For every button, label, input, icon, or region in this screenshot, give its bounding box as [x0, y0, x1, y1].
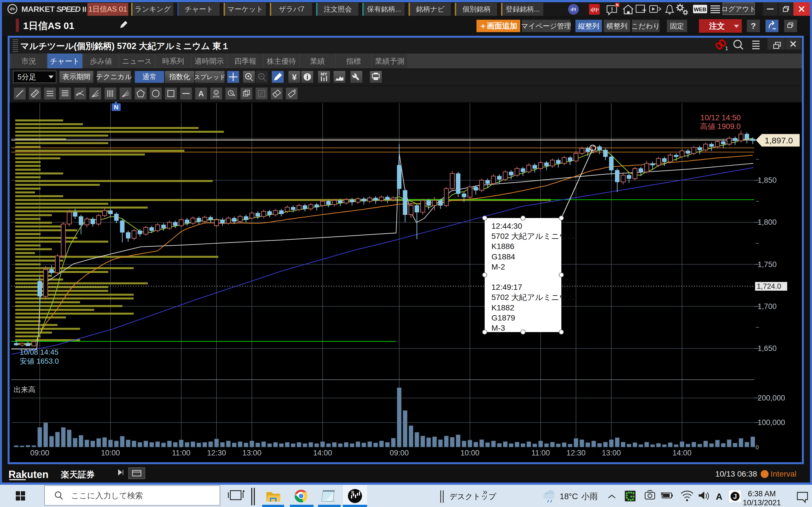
svg-text:1,850: 1,850 [758, 176, 777, 184]
svg-text:MY: MY [321, 71, 327, 76]
svg-text:12:30: 12:30 [566, 449, 586, 457]
svg-text:10/08 14:45: 10/08 14:45 [20, 348, 58, 356]
svg-text:登録銘柄...: 登録銘柄... [506, 5, 540, 13]
svg-text:チャート: チャート [50, 57, 80, 65]
svg-text:N: N [616, 3, 619, 7]
svg-text:MARKET: MARKET [21, 5, 55, 13]
svg-text:テクニカル: テクニカル [96, 73, 132, 80]
svg-text:市況: 市況 [21, 57, 36, 65]
svg-text:ランキング: ランキング [135, 5, 171, 13]
svg-text:A: A [294, 89, 296, 93]
svg-text:株主優待: 株主優待 [266, 57, 296, 65]
svg-text:縦整列: 縦整列 [578, 22, 599, 30]
svg-text:14:00: 14:00 [313, 449, 332, 457]
svg-text:1日信AS 01: 1日信AS 01 [23, 20, 74, 31]
svg-text:12:30: 12:30 [207, 449, 226, 457]
svg-text:1日信AS 01: 1日信AS 01 [88, 5, 127, 13]
svg-text:1,724.0: 1,724.0 [757, 282, 781, 290]
svg-text:1,700: 1,700 [758, 302, 777, 311]
svg-text:A: A [716, 492, 722, 502]
svg-text:100,000: 100,000 [758, 418, 785, 427]
svg-text:6:38 AM: 6:38 AM [748, 490, 776, 498]
svg-text:5702 大紀アルミニウム: 5702 大紀アルミニウム [492, 293, 575, 302]
svg-text:1: 1 [725, 45, 728, 51]
svg-text:11:00: 11:00 [172, 449, 191, 457]
svg-text:＋画面追加: ＋画面追加 [479, 22, 517, 30]
svg-text:楽天証券: 楽天証券 [61, 470, 95, 479]
svg-text:M-2: M-2 [492, 263, 505, 271]
svg-text:マーケット: マーケット [227, 5, 263, 13]
svg-text:II: II [82, 5, 86, 13]
svg-text:注文: 注文 [709, 22, 725, 31]
svg-text:200,000: 200,000 [758, 394, 785, 402]
svg-text:13:00: 13:00 [243, 449, 262, 457]
svg-text:SPEED: SPEED [56, 5, 81, 13]
svg-text:5分足: 5分足 [17, 73, 36, 81]
svg-text:小雨: 小雨 [581, 492, 598, 501]
svg-text:18°C: 18°C [560, 492, 578, 501]
svg-text:個別銘柄: 個別銘柄 [462, 5, 491, 13]
svg-text:10:00: 10:00 [101, 449, 120, 457]
svg-text:14:00: 14:00 [672, 449, 692, 457]
svg-text:?: ? [751, 21, 756, 31]
svg-text:!: ! [611, 6, 613, 13]
svg-text:10/13/2021: 10/13/2021 [743, 499, 781, 507]
svg-text:ここに入力して検索: ここに入力して検索 [71, 491, 143, 500]
svg-text:マイページ管理: マイページ管理 [521, 22, 571, 30]
svg-text:注文照会: 注文照会 [324, 5, 352, 13]
svg-text:固定: 固定 [670, 22, 684, 30]
svg-text:横整列: 横整列 [606, 22, 627, 30]
svg-text:ログアウト: ログアウト [721, 5, 756, 13]
svg-text:業績予測: 業績予測 [375, 57, 404, 65]
svg-text:12:49:17: 12:49:17 [492, 283, 522, 291]
svg-text:0: 0 [756, 444, 759, 450]
svg-text:四季報: 四季報 [234, 57, 256, 65]
svg-text:指標: 指標 [346, 57, 361, 65]
svg-text:歩み値: 歩み値 [90, 57, 112, 65]
svg-text:10/12 14:50: 10/12 14:50 [700, 114, 741, 122]
svg-text:時系列: 時系列 [162, 57, 184, 65]
svg-text:ICON: ICON [213, 95, 220, 98]
svg-text:指数化: 指数化 [169, 73, 190, 80]
svg-text:マルチツール(個別銘柄) 5702 大紀アルミニウム 東１: マルチツール(個別銘柄) 5702 大紀アルミニウム 東１ [20, 41, 230, 51]
svg-text:Rakuten: Rakuten [8, 469, 49, 480]
svg-text:5702 大紀アルミニウム: 5702 大紀アルミニウム [492, 232, 575, 240]
svg-text:G1884: G1884 [492, 252, 515, 261]
svg-text:i: i [306, 73, 308, 81]
svg-text:通常: 通常 [142, 73, 156, 80]
svg-text:J: J [733, 493, 737, 500]
svg-text:G1879: G1879 [492, 314, 515, 322]
svg-text:保有銘柄...: 保有銘柄... [367, 5, 401, 13]
svg-text:1,897.0: 1,897.0 [765, 136, 793, 145]
svg-text:12:44:30: 12:44:30 [492, 222, 522, 230]
svg-text:K1882: K1882 [492, 303, 514, 312]
svg-text:1,800: 1,800 [758, 218, 777, 226]
svg-text:1,650: 1,650 [758, 344, 777, 353]
svg-text:適時開示: 適時開示 [195, 57, 224, 65]
svg-text:表示期間: 表示期間 [62, 73, 91, 80]
svg-text:09:00: 09:00 [390, 449, 409, 457]
svg-text:09:00: 09:00 [30, 449, 49, 457]
svg-text:銘柄ナビ: 銘柄ナビ [416, 5, 445, 13]
svg-text:M-3: M-3 [492, 324, 505, 332]
svg-text:K1886: K1886 [492, 242, 514, 251]
svg-text:Interval: Interval [770, 469, 797, 478]
svg-text:A: A [198, 89, 204, 98]
svg-text:11:00: 11:00 [531, 449, 550, 457]
svg-text:10:00: 10:00 [460, 449, 479, 457]
svg-text:13:00: 13:00 [602, 449, 621, 457]
svg-text:1,750: 1,750 [758, 260, 777, 269]
svg-text:安値 1653.0: 安値 1653.0 [20, 357, 59, 365]
svg-text:ザラバ7: ザラバ7 [279, 5, 305, 13]
svg-text:出来高: 出来高 [13, 385, 36, 394]
svg-text:»: » [483, 487, 488, 496]
svg-text:¥: ¥ [292, 72, 297, 82]
svg-text:ニュース: ニュース [122, 57, 152, 65]
svg-text:WEB: WEB [694, 6, 706, 12]
svg-text:業績: 業績 [310, 57, 325, 65]
svg-text:N: N [114, 104, 118, 111]
svg-text:高値 1909.0: 高値 1909.0 [700, 122, 741, 131]
svg-text:チャート: チャート [185, 5, 213, 13]
svg-text:スプレッド: スプレッド [194, 73, 226, 80]
svg-text:こだわり: こだわり [631, 22, 660, 30]
